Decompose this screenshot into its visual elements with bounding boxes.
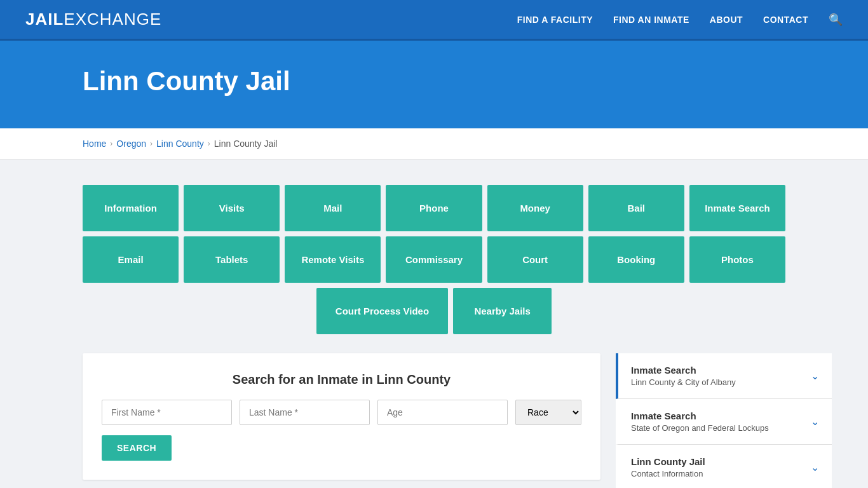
age-input[interactable] <box>377 400 508 425</box>
first-name-input[interactable] <box>102 400 232 425</box>
btn-booking[interactable]: Booking <box>588 236 684 283</box>
search-icon-button[interactable]: 🔍 <box>829 13 843 27</box>
btn-email[interactable]: Email <box>83 236 179 283</box>
sidebar-item-linn-inmate-search[interactable]: Inmate Search Linn County & City of Alba… <box>616 353 832 399</box>
main-content: Information Visits Mail Phone Money Bail… <box>0 159 868 488</box>
main-nav: FIND A FACILITY FIND AN INMATE ABOUT CON… <box>517 13 843 27</box>
grid-row-1: Information Visits Mail Phone Money Bail… <box>83 185 785 231</box>
btn-inmate-search[interactable]: Inmate Search <box>689 185 785 231</box>
breadcrumb-home[interactable]: Home <box>83 139 106 149</box>
btn-mail[interactable]: Mail <box>285 185 381 231</box>
header: JAILEXCHANGE FIND A FACILITY FIND AN INM… <box>0 0 868 41</box>
breadcrumb-current: Linn County Jail <box>214 139 278 149</box>
sidebar: Inmate Search Linn County & City of Alba… <box>616 353 832 488</box>
breadcrumb-linn-county[interactable]: Linn County <box>156 139 204 149</box>
search-button[interactable]: SEARCH <box>102 435 172 461</box>
sidebar-subtitle-3: Contact Information <box>631 469 705 478</box>
breadcrumb: Home › Oregon › Linn County › Linn Count… <box>83 139 785 149</box>
search-title: Search for an Inmate in Linn County <box>102 372 581 387</box>
btn-phone[interactable]: Phone <box>386 185 482 231</box>
logo[interactable]: JAILEXCHANGE <box>25 10 161 29</box>
logo-exchange: EXCHANGE <box>64 10 161 29</box>
nav-about[interactable]: ABOUT <box>710 15 743 25</box>
btn-information[interactable]: Information <box>83 185 179 231</box>
chevron-icon-1: ⌄ <box>811 370 819 382</box>
btn-money[interactable]: Money <box>487 185 583 231</box>
sidebar-subtitle-2: State of Oregon and Federal Lockups <box>631 423 769 433</box>
btn-visits[interactable]: Visits <box>184 185 280 231</box>
sidebar-title-3: Linn County Jail <box>631 456 705 467</box>
hero-section: Linn County Jail <box>0 41 868 128</box>
breadcrumb-bar: Home › Oregon › Linn County › Linn Count… <box>0 128 868 159</box>
grid-row-3: Court Process Video Nearby Jails <box>83 288 785 334</box>
search-inputs: Race White Black Hispanic Asian Other <box>102 400 581 425</box>
btn-photos[interactable]: Photos <box>689 236 785 283</box>
sidebar-item-oregon-inmate-search[interactable]: Inmate Search State of Oregon and Federa… <box>616 399 832 445</box>
last-name-input[interactable] <box>240 400 370 425</box>
page-title: Linn County Jail <box>83 66 843 97</box>
nav-find-inmate[interactable]: FIND AN INMATE <box>613 15 689 25</box>
breadcrumb-sep-1: › <box>110 139 112 148</box>
race-select[interactable]: Race White Black Hispanic Asian Other <box>515 400 581 425</box>
btn-court[interactable]: Court <box>487 236 583 283</box>
sidebar-title-2: Inmate Search <box>631 410 769 421</box>
logo-jail: JAIL <box>25 10 64 29</box>
grid-row-2: Email Tablets Remote Visits Commissary C… <box>83 236 785 283</box>
content-area: Search for an Inmate in Linn County Race… <box>83 353 785 488</box>
sidebar-title-1: Inmate Search <box>631 365 736 376</box>
chevron-icon-3: ⌄ <box>811 461 819 473</box>
nav-find-facility[interactable]: FIND A FACILITY <box>517 15 593 25</box>
breadcrumb-sep-2: › <box>150 139 153 148</box>
btn-commissary[interactable]: Commissary <box>386 236 482 283</box>
breadcrumb-oregon[interactable]: Oregon <box>116 139 146 149</box>
nav-contact[interactable]: CONTACT <box>763 15 808 25</box>
btn-bail[interactable]: Bail <box>588 185 684 231</box>
sidebar-item-contact-info[interactable]: Linn County Jail Contact Information ⌄ <box>616 445 832 488</box>
chevron-icon-2: ⌄ <box>811 416 819 428</box>
breadcrumb-sep-3: › <box>208 139 210 148</box>
search-section: Search for an Inmate in Linn County Race… <box>83 353 600 480</box>
btn-nearby-jails[interactable]: Nearby Jails <box>453 288 552 334</box>
btn-remote-visits[interactable]: Remote Visits <box>285 236 381 283</box>
btn-court-process-video[interactable]: Court Process Video <box>316 288 448 334</box>
sidebar-subtitle-1: Linn County & City of Albany <box>631 377 736 387</box>
btn-tablets[interactable]: Tablets <box>184 236 280 283</box>
